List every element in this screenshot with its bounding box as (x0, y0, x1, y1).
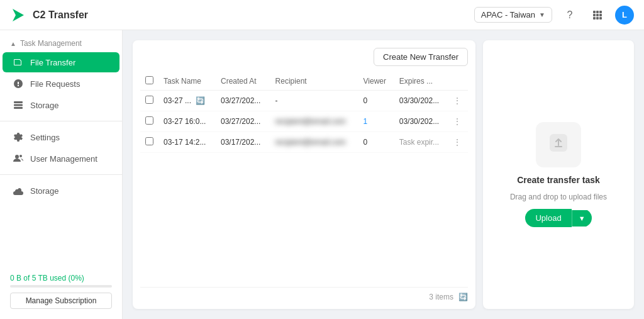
table-row: 03-17 14:2... 03/17/202... recipient@ema… (140, 132, 468, 153)
svg-rect-12 (14, 107, 23, 109)
svg-rect-9 (599, 17, 602, 20)
sidebar-storage-label: Storage (30, 186, 59, 196)
select-all-checkbox[interactable] (145, 76, 153, 84)
sidebar-item-user-management[interactable]: User Management (3, 148, 119, 169)
upload-dropdown-button[interactable]: ▼ (572, 210, 592, 227)
svg-rect-8 (596, 17, 599, 20)
created-at-cell: 03/27/202... (216, 111, 270, 132)
row-more-icon[interactable]: ⋮ (453, 96, 461, 105)
chevron-up-icon: ▲ (10, 40, 16, 47)
task-name-cell: 03-27 16:0... (158, 111, 216, 132)
sidebar-item-label: File Transfer (30, 58, 75, 67)
svg-point-13 (15, 155, 19, 159)
sidebar-item-storage[interactable]: Storage (3, 95, 119, 115)
svg-rect-11 (14, 104, 23, 106)
row-more-icon[interactable]: ⋮ (453, 138, 461, 147)
sidebar-divider-1 (0, 121, 122, 121)
app-logo: C2 Transfer (10, 6, 88, 24)
recipient-cell: - (270, 91, 358, 111)
topbar: C2 Transfer APAC - Taiwan ▼ ? L (0, 0, 644, 30)
svg-rect-10 (14, 101, 23, 103)
svg-rect-7 (593, 17, 596, 20)
sidebar-item-file-requests[interactable]: File Requests (3, 74, 119, 94)
main-layout: ▲ Task Management File Transfer File Req (0, 30, 644, 319)
dropdown-chevron-icon: ▼ (579, 215, 586, 222)
chevron-down-icon: ▼ (539, 11, 545, 18)
table-body: 03-27 ... 🔄 03/27/202... - 0 03/30/202..… (140, 91, 468, 153)
table-row: 03-27 16:0... 03/27/202... recipient@ema… (140, 111, 468, 132)
sidebar-divider-2 (0, 174, 122, 175)
region-label: APAC - Taiwan (481, 10, 535, 20)
created-at-cell: 03/17/202... (216, 132, 270, 153)
table-toolbar: Create New Transfer (140, 48, 468, 66)
sidebar: ▲ Task Management File Transfer File Req (0, 30, 123, 319)
sidebar-bottom: 0 B of 5 TB used (0%) Manage Subscriptio… (0, 269, 122, 314)
recipient-cell: recipient@email.com (270, 111, 358, 132)
upload-subtitle: Drag and drop to upload files (510, 193, 607, 201)
app-title: C2 Transfer (33, 9, 88, 21)
col-task-name: Task Name (158, 72, 216, 91)
file-transfer-icon (13, 57, 24, 67)
help-button[interactable]: ? (560, 5, 580, 25)
upload-button-group: Upload ▼ (525, 209, 591, 227)
sidebar-item-storage-bottom[interactable]: Storage (3, 181, 119, 201)
expires-cell: Task expir... (394, 132, 449, 153)
region-selector[interactable]: APAC - Taiwan ▼ (474, 7, 552, 23)
row-checkbox[interactable] (145, 96, 153, 104)
create-new-transfer-button[interactable]: Create New Transfer (374, 48, 468, 66)
upload-panel: Create transfer task Drag and drop to up… (483, 40, 634, 309)
storage-nav-icon (13, 100, 24, 110)
table-row: 03-27 ... 🔄 03/27/202... - 0 03/30/202..… (140, 91, 468, 111)
file-transfer-panel: Create New Transfer Task Name Created At… (133, 40, 475, 309)
task-name-cell: 03-27 ... 🔄 (158, 91, 216, 111)
viewer-cell: 0 (358, 91, 394, 111)
items-count: 3 items (429, 293, 453, 301)
row-checkbox[interactable] (145, 137, 153, 145)
table-footer: 3 items 🔄 (140, 287, 468, 301)
sidebar-section-task-management[interactable]: ▲ Task Management (0, 35, 122, 52)
sidebar-item-label: Storage (30, 101, 59, 110)
refresh-icon[interactable]: 🔄 (458, 293, 468, 301)
storage-usage-label: 0 B of 5 TB used (0%) (10, 274, 112, 283)
topbar-right: APAC - Taiwan ▼ ? L (474, 5, 634, 25)
grid-button[interactable] (587, 5, 608, 25)
svg-rect-3 (599, 11, 602, 13)
viewer-cell: 0 (358, 132, 394, 153)
logo-icon (10, 6, 28, 24)
expires-cell: 03/30/202... (394, 111, 449, 132)
sidebar-item-file-transfer[interactable]: File Transfer (3, 52, 119, 72)
sidebar-item-label: File Requests (30, 79, 80, 89)
table-header: Task Name Created At Recipient Viewer Ex… (140, 72, 468, 91)
question-icon: ? (567, 9, 573, 21)
sidebar-item-settings[interactable]: Settings (3, 127, 119, 147)
row-checkbox[interactable] (145, 116, 153, 125)
sync-icon: 🔄 (196, 96, 205, 105)
svg-point-14 (19, 155, 22, 157)
svg-rect-5 (596, 14, 599, 16)
user-management-icon (13, 154, 24, 164)
upload-icon-wrapper (536, 122, 581, 167)
svg-rect-6 (599, 14, 602, 16)
upload-main-button[interactable]: Upload (525, 209, 571, 227)
svg-rect-2 (596, 11, 599, 13)
grid-icon (592, 10, 602, 20)
sidebar-section-label: Task Management (20, 39, 82, 48)
user-avatar[interactable]: L (615, 6, 634, 25)
viewer-cell: 1 (358, 111, 394, 132)
svg-rect-1 (593, 11, 596, 13)
col-viewer: Viewer (358, 72, 394, 91)
svg-rect-4 (593, 14, 596, 16)
sidebar-user-management-label: User Management (30, 154, 97, 164)
upload-cloud-icon (547, 132, 570, 159)
manage-subscription-button[interactable]: Manage Subscription (10, 293, 112, 309)
recipient-cell: recipient@email.com (270, 132, 358, 153)
col-recipient: Recipient (270, 72, 358, 91)
row-more-icon[interactable]: ⋮ (453, 117, 461, 126)
storage-progress-bar (10, 285, 112, 288)
app-container: C2 Transfer APAC - Taiwan ▼ ? L (0, 0, 644, 319)
cloud-storage-icon (13, 186, 24, 196)
created-at-cell: 03/27/202... (216, 91, 270, 111)
sidebar-settings-label: Settings (30, 133, 60, 142)
settings-icon (13, 132, 24, 142)
col-created-at: Created At (216, 72, 270, 91)
